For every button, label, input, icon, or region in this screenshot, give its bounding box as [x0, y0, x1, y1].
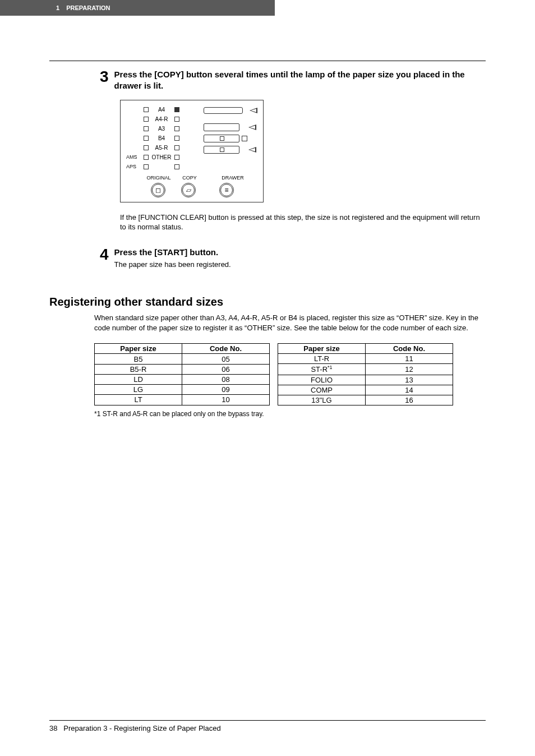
footer-page: 38	[49, 724, 57, 732]
drawer-button-icon: ≡	[219, 183, 234, 197]
step-4-body: The paper size has been registered.	[114, 260, 486, 269]
table-row: 13"LG16	[278, 395, 453, 405]
table-row: B5-R06	[95, 364, 270, 374]
th-paper-size: Paper size	[95, 344, 182, 354]
paper-size-list: A4 A4-R A3 B4 A5-R AMSOTHER APS	[126, 105, 198, 172]
th-code-no: Code No.	[366, 344, 453, 354]
label-copy: COPY	[176, 175, 204, 181]
label-drawer: DRAWER	[216, 175, 250, 181]
footer: 38 Preparation 3 - Registering Size of P…	[49, 720, 486, 732]
section-body: When standard size paper other than A3, …	[94, 313, 486, 333]
table-row: COMP14	[278, 385, 453, 395]
drawer-diagram	[198, 105, 257, 172]
step-4-text: Press the [START] button. The paper size…	[114, 247, 486, 269]
step-3: 3 Press the [COPY] button several times …	[100, 69, 486, 92]
chapter-number: 1	[56, 4, 59, 11]
code-tables: Paper size Code No. B505 B5-R06 LD08 LG0…	[94, 343, 486, 405]
table-row: LD08	[95, 374, 270, 384]
footnote: *1 ST-R and A5-R can be placed only on t…	[94, 410, 486, 418]
copy-button-icon: ▱	[181, 183, 196, 197]
copier-panel-diagram: A4 A4-R A3 B4 A5-R AMSOTHER APS	[120, 100, 486, 202]
table-row: B505	[95, 354, 270, 364]
step-4: 4 Press the [START] button. The paper si…	[100, 247, 486, 269]
step-3-number: 3	[100, 69, 109, 85]
table-row: FOLIO13	[278, 375, 453, 385]
table-row: LT10	[95, 395, 270, 405]
footer-title: Preparation 3 - Registering Size of Pape…	[63, 724, 220, 732]
step-3-title: Press the [COPY] button several times un…	[114, 69, 486, 92]
diagram-box: A4 A4-R A3 B4 A5-R AMSOTHER APS	[120, 100, 264, 202]
header-bar: 1 PREPARATION	[0, 0, 275, 16]
bypass-tray-icon	[198, 106, 257, 119]
chapter-title: PREPARATION	[66, 4, 110, 11]
step-3-note: If the [FUNCTION CLEAR] button is presse…	[120, 213, 480, 232]
section-heading: Registering other standard sizes	[49, 296, 486, 308]
step-4-title: Press the [START] button.	[114, 247, 486, 258]
table-row: ST-R*112	[278, 364, 453, 375]
table-row: LG09	[95, 385, 270, 395]
content: 3 Press the [COPY] button several times …	[0, 61, 535, 418]
code-table-right: Paper size Code No. LT-R11 ST-R*112 FOLI…	[278, 343, 453, 405]
top-rule	[49, 61, 486, 61]
step-4-number: 4	[100, 247, 109, 262]
label-original: ORIGINAL	[142, 175, 176, 181]
original-button-icon: ◻	[151, 183, 165, 197]
th-paper-size: Paper size	[278, 344, 366, 354]
code-table-left: Paper size Code No. B505 B5-R06 LD08 LG0…	[94, 343, 270, 405]
footer-rule	[49, 720, 486, 721]
footer-text: 38 Preparation 3 - Registering Size of P…	[49, 724, 486, 732]
th-code-no: Code No.	[182, 344, 270, 354]
table-row: LT-R11	[278, 354, 453, 364]
step-3-text: Press the [COPY] button several times un…	[114, 69, 486, 92]
